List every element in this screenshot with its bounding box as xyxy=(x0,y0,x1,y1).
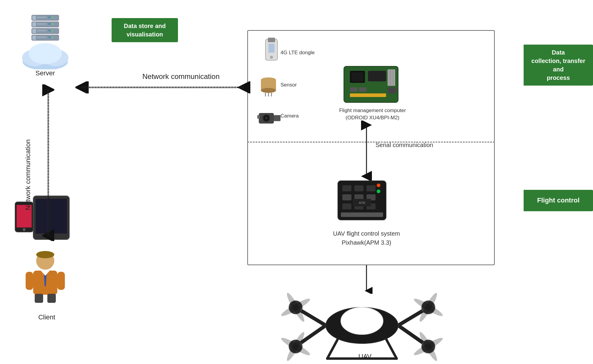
camera-label: Camera xyxy=(281,113,299,119)
svg-rect-78 xyxy=(366,185,376,191)
client-label: Client xyxy=(23,313,71,321)
serial-comm-label: Serial communication xyxy=(376,142,433,149)
svg-rect-47 xyxy=(268,44,274,53)
svg-line-110 xyxy=(386,339,397,359)
svg-point-104 xyxy=(417,291,439,323)
svg-rect-13 xyxy=(52,23,53,25)
svg-rect-10 xyxy=(32,22,36,27)
client-icon xyxy=(24,250,66,304)
network-comm-horiz-label: Network communication xyxy=(106,72,256,81)
uav-label: UAV xyxy=(347,353,383,360)
svg-point-31 xyxy=(36,251,54,258)
vert-arrow-internal xyxy=(360,121,373,181)
svg-rect-85 xyxy=(341,212,383,217)
uav-flight-label: UAV flight control systemPixhawk(APM 3.3… xyxy=(309,229,424,247)
svg-rect-18 xyxy=(52,30,53,31)
svg-rect-82 xyxy=(342,203,351,209)
svg-point-96 xyxy=(341,307,383,334)
data-store-box: Data store and visualisation xyxy=(112,18,178,42)
svg-point-86 xyxy=(377,184,380,187)
svg-rect-37 xyxy=(35,294,43,303)
svg-point-102 xyxy=(285,291,306,323)
svg-rect-35 xyxy=(26,272,33,290)
svg-rect-17 xyxy=(48,30,51,31)
data-collection-box: Datacollection, transfer andprocess xyxy=(524,45,593,86)
svg-rect-20 xyxy=(32,36,36,40)
data-store-label: Data store and visualisation xyxy=(124,23,166,38)
flight-control-box: Flight control xyxy=(524,190,593,211)
svg-rect-8 xyxy=(52,17,53,18)
sensor-label: Sensor xyxy=(281,82,297,88)
svg-rect-64 xyxy=(368,71,386,81)
svg-rect-70 xyxy=(350,87,357,92)
svg-rect-11 xyxy=(37,23,46,25)
camera-icon xyxy=(257,108,281,130)
svg-point-51 xyxy=(261,88,276,93)
svg-rect-22 xyxy=(48,36,51,38)
svg-text:APM: APM xyxy=(359,201,365,205)
server-label: Server xyxy=(18,69,72,77)
flight-control-label: Flight control xyxy=(537,196,580,204)
svg-rect-38 xyxy=(47,294,56,303)
svg-rect-36 xyxy=(57,272,65,290)
server-icon xyxy=(15,9,75,69)
svg-rect-60 xyxy=(257,115,260,119)
pixhawk-icon: APM xyxy=(332,178,392,226)
svg-point-58 xyxy=(265,117,268,119)
lte-dongle-icon xyxy=(259,36,284,66)
sensor-icon xyxy=(258,75,279,96)
svg-rect-7 xyxy=(48,17,51,18)
svg-point-106 xyxy=(285,331,306,362)
svg-line-109 xyxy=(327,339,338,359)
svg-rect-21 xyxy=(37,36,46,38)
vert-arrow-server-client xyxy=(42,84,54,241)
svg-rect-72 xyxy=(350,93,386,97)
svg-point-3 xyxy=(29,43,62,64)
svg-rect-79 xyxy=(342,194,351,200)
horiz-arrow xyxy=(75,81,250,93)
svg-rect-63 xyxy=(351,72,363,81)
svg-rect-59 xyxy=(274,115,281,121)
data-collection-label: Datacollection, transfer andprocess xyxy=(531,49,585,81)
svg-rect-65 xyxy=(388,69,395,86)
lte-dongle-label: 4G LTE dongle xyxy=(281,50,315,56)
svg-rect-6 xyxy=(37,17,46,18)
svg-rect-5 xyxy=(32,16,36,20)
svg-point-87 xyxy=(377,190,380,193)
flight-mgmt-label: Flight management computer(ODROID XU4/BP… xyxy=(338,107,407,121)
svg-point-48 xyxy=(270,56,273,59)
svg-rect-77 xyxy=(354,185,363,191)
svg-rect-76 xyxy=(342,185,351,191)
uav-drone-icon xyxy=(271,289,452,362)
svg-rect-71 xyxy=(359,87,366,92)
svg-rect-12 xyxy=(48,23,51,25)
svg-rect-16 xyxy=(37,30,46,31)
svg-rect-23 xyxy=(52,36,53,38)
flight-mgmt-icon xyxy=(341,63,401,105)
svg-rect-73 xyxy=(388,87,397,93)
svg-point-108 xyxy=(417,331,439,362)
svg-rect-46 xyxy=(268,38,275,42)
svg-rect-15 xyxy=(32,29,36,33)
diagram-container: Data store and visualisation Datacollect… xyxy=(0,0,593,364)
network-comm-vert-label: Network communication xyxy=(24,127,32,223)
svg-point-26 xyxy=(23,228,26,231)
